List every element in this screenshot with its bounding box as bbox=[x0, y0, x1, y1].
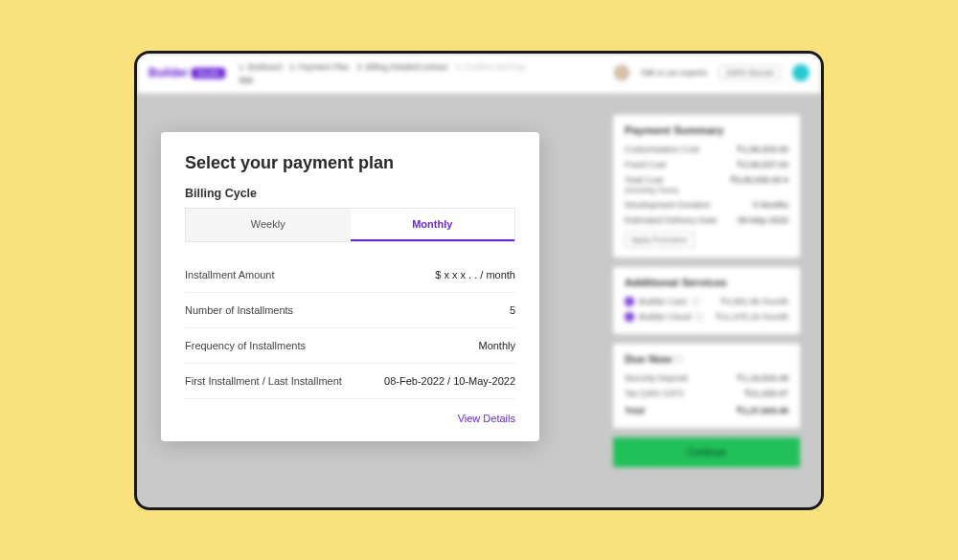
due-now-card: Due Now Security Deposit₹1,16,816.48 Tax… bbox=[613, 344, 800, 428]
due-label: Security Deposit bbox=[625, 373, 688, 383]
modal-title: Select your payment plan bbox=[185, 153, 515, 173]
service-value: ₹4,881.96 /month bbox=[720, 297, 788, 306]
detail-label: Number of Installments bbox=[185, 304, 293, 316]
apply-promotion-button[interactable]: Apply Promotion bbox=[625, 232, 695, 248]
project-name: app bbox=[239, 75, 525, 84]
service-label: Builder Cloud bbox=[639, 312, 691, 322]
detail-value: 08-Feb-2022 / 10-May-2022 bbox=[384, 375, 515, 387]
summary-value: 08-May-2022 bbox=[738, 215, 788, 225]
breadcrumb-step-3: 3. Billing Details/Contract bbox=[357, 62, 448, 72]
caret-down-icon: ▾ bbox=[784, 175, 788, 185]
summary-value: ₹2,99,537.04 bbox=[737, 160, 788, 169]
background-ui: Builder Studio 1. Buildcard 2. Payment P… bbox=[137, 54, 821, 94]
info-icon[interactable] bbox=[674, 355, 682, 363]
detail-row: Number of Installments 5 bbox=[185, 293, 515, 328]
logo-text: Builder bbox=[148, 66, 188, 79]
check-icon[interactable] bbox=[625, 297, 634, 306]
additional-services-title: Additional Services bbox=[625, 277, 788, 288]
expert-avatar-icon bbox=[614, 65, 629, 80]
service-value: ₹11,075.16 /month bbox=[716, 312, 788, 322]
breadcrumb-step-2: 2. Payment Plan bbox=[289, 62, 349, 72]
right-column: Payment Summary Customisation Cost₹1,96,… bbox=[613, 115, 800, 467]
tab-monthly[interactable]: Monthly bbox=[351, 209, 515, 241]
total-cost-value[interactable]: ₹5,85,835.00 ▾ bbox=[730, 175, 788, 194]
detail-row: Frequency of Installments Monthly bbox=[185, 328, 515, 364]
talk-to-experts-link[interactable]: Talk to our experts bbox=[641, 68, 707, 78]
detail-row: Installment Amount $ x x x . . / month bbox=[185, 258, 515, 293]
detail-row: First Installment / Last Installment 08-… bbox=[185, 364, 515, 399]
summary-value: ₹1,96,933.00 bbox=[737, 145, 788, 154]
detail-label: Frequency of Installments bbox=[185, 340, 306, 351]
billing-cycle-tabs: Weekly Monthly bbox=[185, 208, 515, 242]
view-details-link[interactable]: View Details bbox=[185, 399, 515, 424]
detail-value: $ x x x . . / month bbox=[435, 269, 515, 280]
tab-weekly[interactable]: Weekly bbox=[186, 209, 351, 241]
continue-button[interactable]: Continue bbox=[613, 437, 800, 467]
additional-services-card: Additional Services Builder Care ₹4,881.… bbox=[613, 267, 800, 334]
billing-cycle-label: Billing Cycle bbox=[185, 187, 515, 200]
summary-label: Customisation Cost bbox=[625, 145, 699, 154]
due-value: ₹21,026.97 bbox=[744, 389, 788, 398]
detail-label: Installment Amount bbox=[185, 269, 275, 280]
summary-label: Fixed Cost bbox=[625, 160, 666, 169]
total-cost-label: Total Cost (Including Taxes) bbox=[625, 175, 679, 194]
breadcrumb: 1. Buildcard 2. Payment Plan 3. Billing … bbox=[239, 62, 525, 84]
info-icon[interactable] bbox=[696, 313, 703, 321]
service-row: Builder Cloud ₹11,075.16 /month bbox=[625, 309, 788, 325]
top-bar: Builder Studio 1. Buildcard 2. Payment P… bbox=[137, 54, 821, 94]
due-total-value: ₹1,37,843.45 bbox=[737, 406, 788, 415]
info-icon[interactable] bbox=[692, 298, 699, 305]
top-right: Talk to our experts 100% Secure bbox=[614, 64, 810, 81]
logo-badge: Studio bbox=[192, 68, 225, 78]
summary-label: Estimated Delivery Date bbox=[625, 215, 718, 225]
payment-summary-card: Payment Summary Customisation Cost₹1,96,… bbox=[613, 115, 800, 258]
service-row: Builder Care ₹4,881.96 /month bbox=[625, 294, 788, 309]
due-value: ₹1,16,816.48 bbox=[737, 373, 788, 383]
due-now-title: Due Now bbox=[625, 353, 788, 365]
check-icon[interactable] bbox=[625, 312, 634, 322]
due-total-label: Total bbox=[625, 406, 645, 415]
payment-summary-title: Payment Summary bbox=[625, 124, 788, 136]
due-label: Tax (18% GST) bbox=[625, 389, 684, 398]
secure-badge: 100% Secure bbox=[718, 65, 781, 80]
payment-plan-modal: Select your payment plan Billing Cycle W… bbox=[161, 132, 539, 441]
summary-label: Development Duration bbox=[625, 200, 711, 210]
detail-value: 5 bbox=[510, 304, 515, 316]
service-label: Builder Care bbox=[639, 297, 687, 306]
user-avatar-icon[interactable] bbox=[792, 64, 810, 81]
breadcrumb-step-4: 4. Confirm and Pay bbox=[455, 62, 525, 72]
detail-value: Monthly bbox=[478, 340, 515, 351]
summary-value: 5 Months bbox=[753, 200, 788, 210]
app-window: Builder Studio 1. Buildcard 2. Payment P… bbox=[134, 51, 824, 510]
logo: Builder Studio bbox=[148, 66, 225, 79]
detail-label: First Installment / Last Installment bbox=[185, 375, 342, 387]
breadcrumb-step-1: 1. Buildcard bbox=[239, 62, 282, 72]
